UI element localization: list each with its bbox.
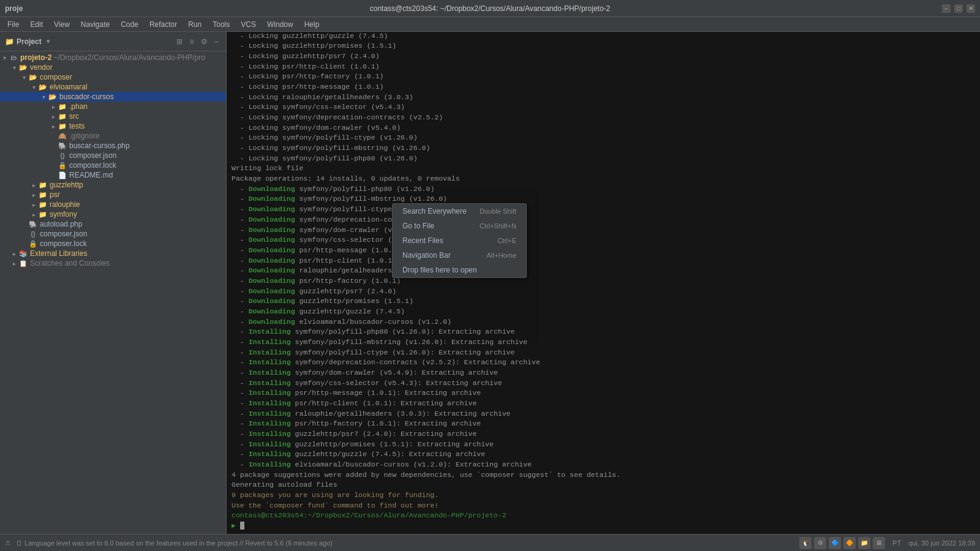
tree-arrow-icon: ▾ bbox=[0, 54, 9, 61]
tree-item-psr[interactable]: ▸📁psr bbox=[0, 190, 226, 200]
context-overlay[interactable]: Search EverywhereDouble ShiftGo to FileC… bbox=[227, 32, 980, 534]
tree-file-icon: 🙈 bbox=[58, 132, 67, 140]
sidebar-content: ▾🗁projeto-2 ~/Dropbox2/Cursos/Alura/Avan… bbox=[0, 51, 226, 534]
tree-item-label: composer.lock bbox=[38, 239, 87, 248]
context-menu-item-search-everywhere[interactable]: Search EverywhereDouble Shift bbox=[393, 204, 526, 219]
tree-item-readme-md[interactable]: 📄README.md bbox=[0, 170, 226, 180]
tree-item-composer[interactable]: ▾📂composer bbox=[0, 72, 226, 82]
tree-item-autoload-php[interactable]: 🐘autoload.php bbox=[0, 219, 226, 229]
tree-item-src[interactable]: ▸📁src bbox=[0, 111, 226, 121]
taskbar: 🐧 ⚙ 🔷 🔶 📁 🖥 bbox=[799, 537, 885, 549]
tree-item-label: vendor bbox=[28, 63, 53, 72]
tree-item-tests[interactable]: ▸📁tests bbox=[0, 121, 226, 131]
tree-item-elvioamaral[interactable]: ▾📂elvioamaral bbox=[0, 82, 226, 92]
tree-item-label: buscador-cursos bbox=[58, 92, 114, 101]
taskbar-icon-5[interactable]: 📁 bbox=[858, 537, 870, 549]
tree-arrow-icon: ▾ bbox=[20, 74, 28, 81]
tree-item-path: ~/Dropbox2/Cursos/Alura/Avancando-PHP/pr… bbox=[51, 53, 205, 62]
tree-file-icon: 📁 bbox=[38, 201, 48, 209]
tree-arrow-icon: ▸ bbox=[49, 113, 58, 120]
tree-item-label: .gitignore bbox=[67, 132, 99, 140]
taskbar-icon-4[interactable]: 🔶 bbox=[843, 537, 856, 549]
tree-item-label: src bbox=[67, 112, 79, 121]
tree-item-label: External Libraries bbox=[28, 249, 87, 258]
main-layout: 📁 Project ▼ ⊞ ≡ ⚙ – ▾🗁projeto-2 ~/Dropbo… bbox=[0, 32, 980, 534]
tree-item-composer-lock[interactable]: 🔒composer.lock bbox=[0, 160, 226, 170]
tree-item-external-libraries[interactable]: ▸📚External Libraries bbox=[0, 249, 226, 258]
context-menu-item-drop-files-here-to-open[interactable]: Drop files here to open bbox=[393, 263, 526, 277]
context-menu-label: Drop files here to open bbox=[402, 266, 477, 274]
tree-arrow-icon: ▸ bbox=[29, 182, 38, 189]
context-menu-item-navigation-bar[interactable]: Navigation BarAlt+Home bbox=[393, 248, 526, 263]
tree-file-icon: 📁 bbox=[58, 103, 67, 111]
taskbar-icon-3[interactable]: 🔷 bbox=[829, 537, 841, 549]
context-menu: Search EverywhereDouble ShiftGo to FileC… bbox=[392, 203, 527, 278]
tree-item-label: buscar-cursos.php bbox=[67, 141, 130, 150]
tree-item-composer-json[interactable]: {}composer.json bbox=[0, 229, 226, 239]
sidebar-tool-2[interactable]: ≡ bbox=[187, 37, 197, 47]
context-menu-item-go-to-file[interactable]: Go to FileCtrl+Shift+N bbox=[393, 219, 526, 233]
tree-item-ralouphie[interactable]: ▸📁ralouphie bbox=[0, 200, 226, 209]
tree-item-buscar-cursos-php[interactable]: 🐘buscar-cursos.php bbox=[0, 141, 226, 151]
menu-bar: FileEditViewNavigateCodeRefactorRunTools… bbox=[0, 17, 980, 32]
minimize-button[interactable]: – bbox=[942, 4, 951, 13]
status-message: 🗋 Language level was set to 8.0 based on… bbox=[16, 539, 333, 547]
close-button[interactable]: ✕ bbox=[967, 4, 975, 13]
sidebar-tool-3[interactable]: ⚙ bbox=[199, 37, 209, 47]
tree-item-scratches-and-consoles[interactable]: ▸📋Scratches and Consoles bbox=[0, 258, 226, 268]
taskbar-icon-6[interactable]: 🖥 bbox=[873, 537, 885, 549]
tree-item-label: README.md bbox=[67, 171, 113, 179]
menu-item-tools[interactable]: Tools bbox=[208, 19, 235, 30]
tree-item-label: composer.json bbox=[67, 151, 116, 160]
tree-item-vendor[interactable]: ▾📂vendor bbox=[0, 62, 226, 72]
taskbar-icon-1[interactable]: 🐧 bbox=[799, 537, 812, 549]
tree-item-guzzlehttp[interactable]: ▸📁guzzlehttp bbox=[0, 180, 226, 190]
tree-item--phan[interactable]: ▸📁.phan bbox=[0, 102, 226, 111]
tree-file-icon: {} bbox=[28, 230, 38, 238]
menu-item-file[interactable]: File bbox=[2, 19, 24, 30]
tree-item-label: tests bbox=[67, 122, 85, 130]
datetime: qui, 30 jun 2022 18:39 bbox=[908, 539, 975, 547]
tree-item-label: composer bbox=[38, 73, 72, 81]
context-menu-shortcut: Ctrl+Shift+N bbox=[480, 222, 516, 230]
tree-item-label: composer.json bbox=[38, 230, 87, 238]
menu-item-code[interactable]: Code bbox=[116, 19, 143, 30]
sidebar-tools: ⊞ ≡ ⚙ – bbox=[175, 37, 221, 47]
tree-arrow-icon: ▸ bbox=[10, 250, 18, 257]
context-menu-label: Go to File bbox=[402, 222, 434, 230]
menu-item-view[interactable]: View bbox=[49, 19, 75, 30]
taskbar-icon-2[interactable]: ⚙ bbox=[814, 537, 826, 549]
context-menu-label: Recent Files bbox=[402, 236, 443, 245]
tree-item-label: elvioamaral bbox=[48, 83, 87, 91]
menu-item-run[interactable]: Run bbox=[183, 19, 206, 30]
tree-arrow-icon: ▸ bbox=[29, 192, 38, 198]
context-menu-label: Search Everywhere bbox=[402, 207, 467, 216]
tree-file-icon: {} bbox=[58, 152, 67, 159]
tree-file-icon: 📋 bbox=[18, 260, 28, 268]
tree-arrow-icon: ▸ bbox=[10, 260, 18, 267]
tree-item-buscador-cursos[interactable]: ▾📂buscador-cursos bbox=[0, 92, 226, 102]
menu-item-window[interactable]: Window bbox=[262, 19, 298, 30]
menu-item-refactor[interactable]: Refactor bbox=[145, 19, 182, 30]
status-right: 🐧 ⚙ 🔷 🔶 📁 🖥 PT qui, 30 jun 2022 18:39 bbox=[799, 537, 975, 549]
tree-arrow-icon: ▾ bbox=[10, 64, 18, 71]
tree-item--gitignore[interactable]: 🙈.gitignore bbox=[0, 131, 226, 141]
tree-item-composer-json[interactable]: {}composer.json bbox=[0, 151, 226, 160]
sidebar-tool-1[interactable]: ⊞ bbox=[175, 37, 184, 47]
tree-item-composer-lock[interactable]: 🔒composer.lock bbox=[0, 239, 226, 249]
menu-item-navigate[interactable]: Navigate bbox=[76, 19, 115, 30]
tree-item-projeto-2[interactable]: ▾🗁projeto-2 ~/Dropbox2/Cursos/Alura/Avan… bbox=[0, 53, 226, 62]
tree-item-symfony[interactable]: ▸📁symfony bbox=[0, 209, 226, 219]
maximize-button[interactable]: □ bbox=[954, 4, 963, 13]
tree-file-icon: 📁 bbox=[38, 191, 48, 199]
sidebar-tool-4[interactable]: – bbox=[211, 37, 221, 47]
language-indicator: PT bbox=[892, 539, 901, 547]
context-menu-item-recent-files[interactable]: Recent FilesCtrl+E bbox=[393, 233, 526, 248]
menu-item-help[interactable]: Help bbox=[300, 19, 325, 30]
tree-file-icon: 📂 bbox=[38, 83, 48, 91]
tree-arrow-icon: ▾ bbox=[39, 94, 48, 100]
tree-file-icon: 📚 bbox=[18, 250, 28, 258]
menu-item-edit[interactable]: Edit bbox=[25, 19, 48, 30]
title-left: proje bbox=[5, 4, 23, 13]
menu-item-vcs[interactable]: VCS bbox=[236, 19, 261, 30]
